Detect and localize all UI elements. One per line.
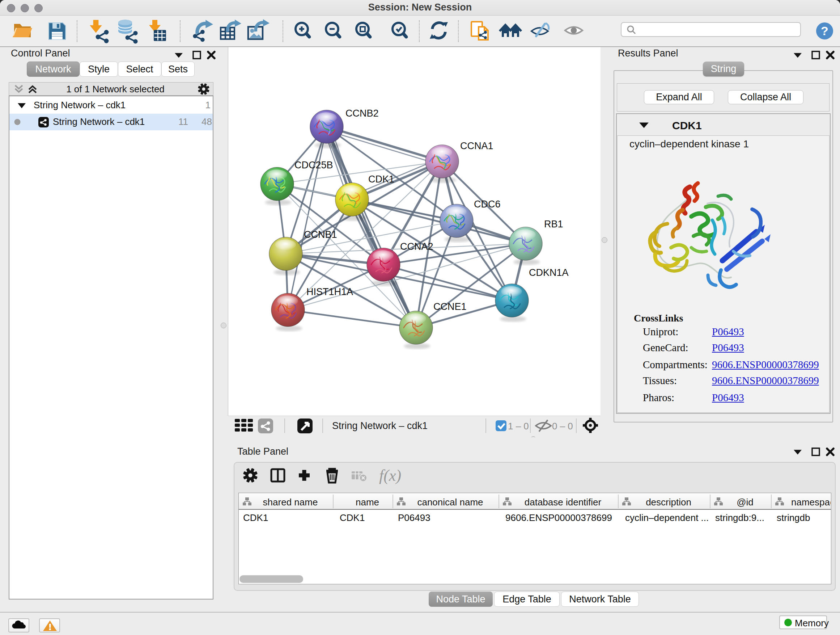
svg-text:CCNA1: CCNA1 [460, 141, 493, 151]
svg-text:f(x): f(x) [379, 467, 401, 485]
svg-text:CDK1: CDK1 [368, 174, 394, 185]
svg-text:CCNA2: CCNA2 [400, 241, 433, 252]
svg-text:HIST1H1A: HIST1H1A [306, 287, 353, 297]
svg-text:CDKN1A: CDKN1A [529, 267, 569, 278]
svg-text:CDC6: CDC6 [474, 199, 501, 210]
svg-text:CCNB1: CCNB1 [304, 229, 337, 240]
svg-text:CCNE1: CCNE1 [433, 301, 467, 312]
svg-text:CDC25B: CDC25B [294, 160, 333, 171]
svg-text:RB1: RB1 [544, 219, 563, 230]
svg-text:CCNB2: CCNB2 [346, 108, 379, 119]
